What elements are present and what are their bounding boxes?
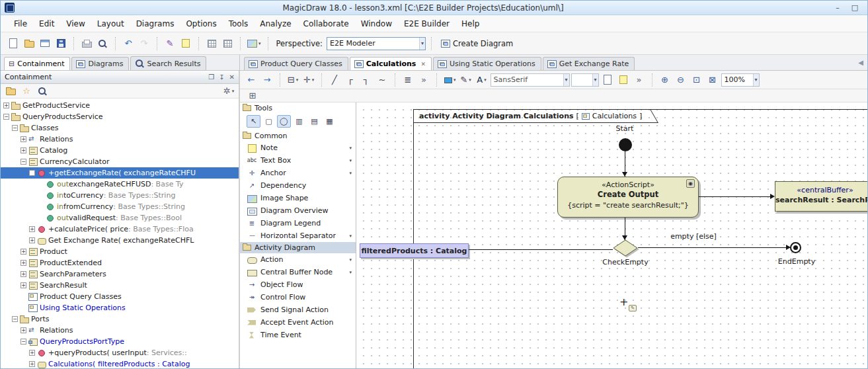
palette-item-anchor[interactable]: ✛Anchor▾	[240, 167, 356, 179]
create-diagram-button[interactable]: Create Diagram	[437, 36, 517, 52]
tree-node-ports[interactable]: −Ports	[1, 313, 239, 325]
free-shape-tool-button[interactable]: ▦	[323, 115, 336, 128]
tree-node-calculateprice-price[interactable]: ++calculatePrice( price : Base Types::Fl…	[1, 224, 239, 235]
diagram-containment-button[interactable]: ⊞	[245, 88, 260, 104]
tree-node-fromcurrency[interactable]: in fromCurrency : Base Types::String	[1, 201, 239, 212]
expand-icon[interactable]: +	[20, 136, 26, 142]
palette-item-action[interactable]: Action▾	[240, 253, 356, 266]
tree-node-relations[interactable]: +Relations	[1, 325, 239, 336]
activity-final-node[interactable]	[790, 242, 801, 253]
diagram-frame-header[interactable]: activity Activity Diagram Calculations […	[414, 110, 658, 123]
tree-node-product-query-classes[interactable]: Product Query Classes	[1, 291, 239, 302]
palette-item-horizontal-separator[interactable]: ----Horizontal Separator▾	[240, 229, 356, 242]
oblique-path-button[interactable]: ╱	[327, 72, 342, 88]
expand-icon[interactable]: +	[20, 282, 26, 288]
tree-node-queryproducts-userinput[interactable]: ++queryProducts( userInput : Services::	[1, 347, 239, 358]
open-project-button[interactable]	[22, 36, 36, 52]
pen-color-button[interactable]: ✎▾	[459, 72, 473, 88]
back-button[interactable]: ←	[244, 72, 258, 88]
toolbar-overflow-button[interactable]: »	[416, 72, 431, 88]
expand-icon[interactable]: +	[29, 237, 35, 243]
tree-node-validrequest[interactable]: out validRequest : Base Types::Bool	[1, 212, 239, 224]
tree-node-classes[interactable]: −Classes	[1, 122, 239, 134]
vertical-swimlane-tool-button[interactable]: ▥	[292, 115, 306, 128]
tree-node-product[interactable]: +Product	[1, 246, 239, 257]
notes-button[interactable]	[178, 36, 193, 52]
tree-node-using-static-operations[interactable]: Using Static Operations	[1, 302, 239, 313]
generate-report-button[interactable]	[220, 36, 235, 52]
tree-node-getproductservice[interactable]: +GetProductService	[1, 100, 239, 111]
favorites-button[interactable]: ☆	[19, 83, 34, 99]
palette-item-text-box[interactable]: abcText Box▾	[240, 154, 356, 167]
toolbar-overflow-2-button[interactable]: »	[632, 72, 647, 88]
tree-node-exchangeratechfusd[interactable]: out exchangeRateCHFUSD : Base Ty	[1, 179, 239, 190]
titlebar[interactable]: MagicDraw 18.0 - lesson3.xml [C:\E2E Bui…	[1, 1, 867, 15]
close-panel-button[interactable]: ✕	[229, 73, 235, 81]
element-numbering-button[interactable]	[204, 36, 219, 52]
tree-options-button[interactable]: ✲▾	[221, 83, 236, 99]
open-specification-button[interactable]	[3, 83, 18, 99]
expand-icon[interactable]: +	[20, 327, 26, 333]
tree-node-get-exchange-rate-exchangeratechfl[interactable]: +Get Exchange Rate( exchangeRateCHFL	[1, 235, 239, 246]
zoom-in-button[interactable]: ⊕	[658, 72, 672, 88]
palette-item-time-event[interactable]: Time Event	[240, 329, 356, 341]
horizontal-swimlane-tool-button[interactable]: ▤	[307, 115, 321, 128]
palette-item-diagram-overview[interactable]: Diagram Overview	[240, 204, 356, 217]
close-tab-icon[interactable]: ✕	[420, 61, 426, 67]
menu-e2e-builder[interactable]: E2E Builder	[399, 17, 455, 31]
edit-annotations-button[interactable]: ✎	[163, 36, 177, 52]
collapse-icon[interactable]: −	[12, 316, 18, 322]
collapse-icon[interactable]: −	[3, 114, 9, 120]
tree-node-relations[interactable]: +Relations	[1, 134, 239, 145]
object-flow-catalog-to-decision[interactable]	[469, 249, 613, 250]
paste-format-button[interactable]	[616, 72, 631, 88]
forward-button[interactable]: →	[260, 72, 274, 88]
menu-diagrams[interactable]: Diagrams	[131, 17, 180, 31]
anchors-dropdown-button[interactable]: ✛▾	[301, 72, 316, 88]
selection-tool-button[interactable]: ↖	[247, 115, 260, 128]
palette-section-common[interactable]: Common	[240, 130, 356, 142]
tab-containment[interactable]: ⊟Containment	[4, 57, 70, 70]
diagram-canvas[interactable]: activity Activity Diagram Calculations […	[356, 102, 867, 368]
bent-path-button[interactable]: ┐	[359, 72, 374, 88]
swimlanes-button[interactable]: ≣	[401, 72, 415, 88]
tree-node-queryproductsservice[interactable]: −QueryProductsService	[1, 111, 239, 122]
object-flow-action-to-buffer[interactable]	[699, 196, 771, 197]
tab-scroll-left-button[interactable]: ◀	[858, 59, 863, 66]
tree-node-tocurrency[interactable]: in toCurrency : Base Types::String	[1, 190, 239, 201]
diagram-tab-get-exchange-rate[interactable]: Get Exchange Rate	[543, 57, 635, 70]
control-flow-decision-to-end[interactable]	[638, 247, 790, 248]
decision-node-checkempty[interactable]	[613, 239, 638, 257]
maximize-button[interactable]: □	[846, 3, 863, 12]
menu-collaborate[interactable]: Collaborate	[298, 17, 354, 31]
palette-item-central-buffer-node[interactable]: Central Buffer Node▾	[240, 266, 356, 278]
collapse-icon[interactable]: −	[20, 339, 26, 345]
pin-panel-button[interactable]: ↧	[219, 73, 224, 81]
collapse-icon[interactable]: −	[29, 170, 35, 176]
menu-options[interactable]: Options	[180, 17, 221, 31]
collapse-icon[interactable]: −	[20, 159, 26, 165]
palette-section-tools[interactable]: Tools	[240, 102, 356, 114]
diagram-tab-using-static-operations[interactable]: Using Static Operations	[433, 57, 541, 70]
insert-image-button[interactable]: ▾	[246, 36, 262, 52]
manage-projects-button[interactable]	[38, 36, 52, 52]
containment-panel-header[interactable]: Containment ❐↧✕	[1, 71, 239, 84]
menu-view[interactable]: View	[61, 17, 90, 31]
object-node-filtered-products[interactable]: filteredProducts : Catalog	[360, 243, 469, 258]
diagram-tab-calculations[interactable]: Calculations✕	[350, 57, 432, 70]
initial-node[interactable]	[619, 138, 632, 151]
expand-icon[interactable]: +	[20, 271, 26, 277]
menu-analyze[interactable]: Analyze	[255, 17, 296, 31]
tab-search-results[interactable]: Search Results	[130, 56, 206, 70]
expand-icon[interactable]: +	[20, 147, 26, 153]
palette-item-accept-event-action[interactable]: Accept Event Action	[240, 316, 356, 329]
tree-node-currencycalculator[interactable]: −CurrencyCalculator	[1, 156, 239, 167]
tree-node-getexchangerate-exchangeratechfu[interactable]: −+getExchangeRate( exchangeRateCHFU	[1, 167, 239, 179]
palette-item-object-flow[interactable]: →Object Flow	[240, 278, 356, 291]
expand-icon[interactable]: +	[20, 249, 26, 255]
menu-edit[interactable]: Edit	[34, 17, 59, 31]
expand-icon[interactable]: +	[20, 260, 26, 266]
expand-icon[interactable]: +	[29, 226, 35, 232]
menu-file[interactable]: File	[9, 17, 32, 31]
spline-path-button[interactable]: ~	[375, 72, 389, 88]
